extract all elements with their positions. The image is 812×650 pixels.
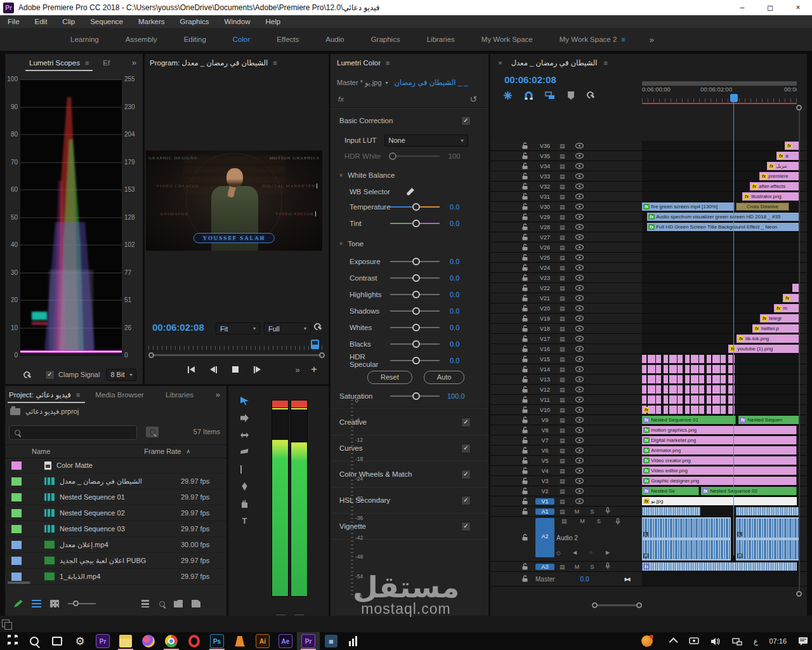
lumetri-section-row[interactable]: HSL Secondary ✓ [331, 488, 488, 514]
timeline-clip[interactable] [642, 385, 735, 394]
source-patch-icon[interactable]: ▤ [560, 564, 565, 570]
eye-icon[interactable] [575, 458, 584, 463]
lumetri-section-row[interactable]: Creative ✓ [331, 409, 488, 435]
project-item-row[interactable]: Color Matte [5, 458, 226, 474]
timeline-clip[interactable]: fxm [774, 304, 799, 312]
bit-depth-dropdown[interactable]: 8 Bit▾ [106, 369, 136, 381]
eyedropper-icon[interactable] [407, 188, 414, 196]
track-lane[interactable] [642, 364, 799, 374]
lock-icon[interactable] [522, 506, 528, 517]
saturation-value[interactable]: 100.0 [447, 392, 465, 400]
step-forward-button[interactable] [250, 363, 264, 376]
track-name[interactable]: V7 [535, 437, 554, 444]
workspace-menu-icon[interactable]: ≡ [621, 36, 625, 43]
source-patch-icon[interactable]: ▤ [560, 224, 565, 230]
timeline-clip[interactable]: fxNested Sequence 01 [642, 416, 736, 424]
track-lane[interactable]: fxتنزيل [642, 161, 799, 171]
clock[interactable]: 07:16 [769, 637, 787, 645]
workspace-tab[interactable]: Audio [312, 36, 357, 43]
program-preview[interactable]: GRAPHIC DESIGNS VIDEO CREATOR ANIMATOR M… [146, 150, 322, 251]
taskbar-icon[interactable] [137, 632, 160, 650]
eye-icon[interactable] [575, 397, 584, 402]
eye-icon[interactable] [575, 468, 584, 474]
source-patch-icon[interactable]: ▤ [560, 285, 565, 291]
track-title[interactable]: Audio 2 [556, 534, 578, 541]
source-patch-icon[interactable]: ▤ [560, 194, 565, 200]
waveform-scope[interactable] [20, 79, 122, 355]
track-lane[interactable]: fxFull HD Green Screen Title Background … [642, 222, 799, 232]
eye-icon[interactable] [575, 336, 584, 342]
track-lane[interactable]: fxAnimator.png [642, 446, 799, 455]
automate-to-sequence-icon[interactable] [141, 600, 149, 607]
tab-effects-partial[interactable]: Ef [103, 59, 110, 67]
track-lane[interactable]: fxyoutube (1).png [642, 344, 799, 354]
taskbar-icon[interactable]: Pr [91, 632, 114, 650]
eye-icon[interactable] [575, 234, 584, 240]
track-name[interactable]: V1 [535, 498, 554, 505]
tab-lumetri-color[interactable]: Lumetri Color [337, 59, 381, 67]
workspace-tab[interactable]: Color [219, 36, 263, 43]
saturation-slider[interactable] [390, 395, 440, 397]
timeline-clip[interactable]: fxDigital marketer.png [642, 436, 797, 444]
solo-button[interactable]: S [589, 508, 596, 515]
source-patch-icon[interactable]: ▤ [560, 427, 565, 434]
label-color-swatch[interactable] [11, 525, 22, 533]
column-frame-rate[interactable]: Frame Rate [144, 448, 181, 455]
prev-keyframe-icon[interactable]: ◀ [573, 550, 577, 555]
fit-dropdown[interactable]: Fit▾ [216, 322, 260, 335]
lock-icon[interactable] [522, 532, 528, 543]
thumbnail-zoom-slider[interactable] [68, 603, 96, 604]
taskbar-icon[interactable]: Pr [297, 632, 320, 650]
track-name[interactable]: V14 [535, 366, 554, 373]
add-button[interactable]: + [307, 363, 321, 376]
tone-slider[interactable] [390, 327, 440, 328]
eye-icon[interactable] [575, 285, 584, 291]
track-name[interactable]: V26 [535, 244, 554, 251]
filter-bin-icon[interactable] [146, 427, 159, 437]
menu-item[interactable]: Help [258, 18, 288, 25]
timeline-clip[interactable]: fxyoutube (1).png [728, 345, 799, 353]
track-lane[interactable]: fx [642, 293, 799, 303]
source-patch-icon[interactable]: ▤ [560, 153, 565, 159]
timeline-clip[interactable]: fxFull HD Green Screen Title Background … [647, 223, 799, 231]
find-icon[interactable] [159, 601, 165, 607]
track-lane[interactable]: fxDigital marketer.png [642, 435, 799, 445]
timeline-vertical-scrollbar[interactable] [799, 106, 800, 595]
eye-icon[interactable] [575, 255, 584, 260]
taskbar-icon[interactable]: ⚙ [69, 632, 91, 650]
track-lane[interactable]: fxGraphic designer.png [642, 476, 799, 486]
track-lane[interactable]: fx [642, 405, 799, 415]
scrollbar-handle[interactable] [636, 602, 642, 608]
timeline-clip[interactable]: fxtelegr [760, 314, 799, 322]
color-slider[interactable] [390, 223, 440, 224]
menu-item[interactable]: Graphics [173, 18, 217, 25]
source-patch-icon[interactable]: ▤ [561, 518, 567, 524]
slider-value[interactable]: 0.0 [450, 324, 459, 331]
workspace-tab[interactable]: Editing [171, 36, 219, 43]
menu-item[interactable]: Sequence [82, 18, 131, 25]
timeline-clip[interactable]: fxVideo editor.png [642, 467, 797, 475]
track-name[interactable]: V31 [535, 194, 554, 200]
source-patch-icon[interactable]: ▤ [560, 437, 565, 444]
color-slider[interactable] [390, 206, 440, 208]
menu-item[interactable]: Markers [131, 18, 173, 25]
track-lane[interactable] [642, 354, 799, 364]
tab-project[interactable]: Project: فيديو دعائي [9, 390, 71, 399]
track-name[interactable]: V34 [535, 163, 554, 169]
master-clip-label[interactable]: Master * يو.jpg [337, 79, 382, 87]
timeline-clip[interactable]: fxillustrator.png [742, 192, 799, 201]
eye-icon[interactable] [575, 295, 584, 301]
project-item-row[interactable]: الشيطان في رمضان _ معدل 29.97 fps [5, 474, 226, 489]
panel-menu-icon[interactable]: ≡ [76, 391, 80, 399]
slider-value[interactable]: 0.0 [450, 220, 459, 227]
track-name[interactable]: V17 [535, 336, 554, 342]
language-indicator[interactable]: ع [754, 637, 758, 646]
program-scrollbar[interactable] [148, 352, 325, 358]
track-lane[interactable] [642, 375, 799, 384]
panel-close-icon[interactable]: × [498, 59, 502, 67]
lumetri-section-row[interactable]: Curves ✓ [331, 435, 488, 461]
source-patch-icon[interactable]: ▤ [560, 173, 565, 180]
program-timecode[interactable]: 00:06:02:08 [152, 322, 204, 333]
timeline-clip[interactable]: fx [642, 406, 735, 414]
taskbar-icon[interactable] [228, 632, 251, 650]
